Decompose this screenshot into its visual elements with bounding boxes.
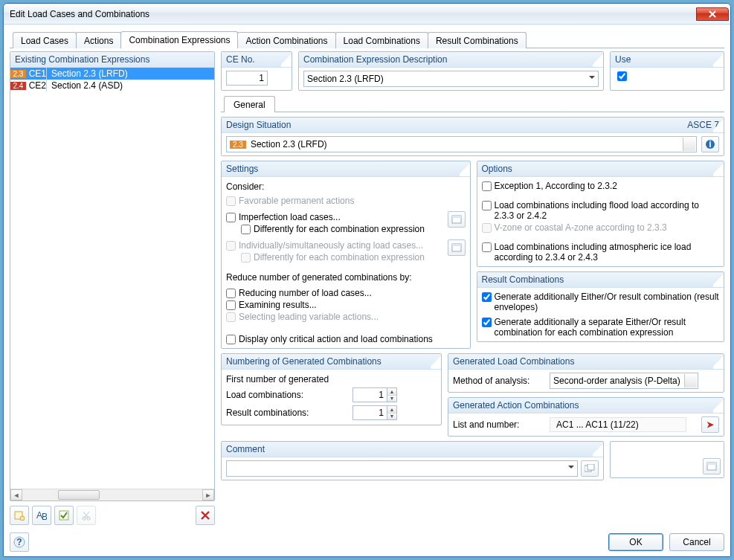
load-number-spinner[interactable]: ▲▼ (352, 387, 397, 402)
tab-actions[interactable]: Actions (76, 32, 121, 48)
generated-load-group: Generated Load Combinations Method of an… (448, 353, 724, 393)
list-h-scrollbar[interactable]: ◄ ► (10, 489, 214, 501)
ce-no-group: CE No. (221, 51, 292, 91)
spin-up-icon[interactable]: ▲ (387, 406, 396, 413)
svg-point-1 (20, 516, 25, 521)
indiv-details-button[interactable] (448, 239, 466, 256)
svg-text:?: ? (16, 537, 22, 547)
chevron-down-icon (688, 378, 694, 384)
generated-action-group: Generated Action Combinations List and n… (448, 397, 724, 437)
svg-rect-12 (452, 244, 461, 246)
spin-down-icon[interactable]: ▼ (387, 413, 396, 420)
scroll-right-button[interactable]: ► (202, 489, 214, 501)
tab-load-combinations[interactable]: Load Combinations (335, 32, 428, 48)
options-heading: Options (477, 161, 724, 177)
ok-button[interactable]: OK (608, 533, 663, 551)
description-group: Combination Expression Description Secti… (298, 51, 604, 91)
expression-row-ce1[interactable]: 2.3CE1 Section 2.3 (LRFD) (10, 68, 214, 80)
existing-expressions-group: Existing Combination Expressions 2.3CE1 … (10, 51, 215, 501)
subtab-strip: General (221, 95, 724, 112)
result-combinations-heading: Result Combinations (477, 272, 724, 288)
examining-checkbox[interactable] (226, 300, 236, 310)
comment-heading: Comment (222, 442, 603, 457)
sel-leading-checkbox (226, 312, 236, 322)
aux-panel (610, 441, 724, 478)
scroll-thumb[interactable] (58, 490, 100, 500)
svg-rect-14 (587, 464, 594, 470)
window-title: Edit Load Cases and Combinations (10, 9, 696, 19)
imperfection-diff-checkbox[interactable] (241, 225, 251, 234)
spin-up-icon[interactable]: ▲ (387, 388, 396, 395)
spin-down-icon[interactable]: ▼ (387, 395, 396, 402)
method-label: Method of analysis: (453, 376, 542, 386)
first-number-label: First number of generated (226, 373, 437, 386)
check-button[interactable] (54, 506, 74, 525)
imperfection-checkbox[interactable] (226, 213, 236, 222)
svg-text:i: i (709, 139, 711, 149)
design-situation-info-button[interactable]: i (701, 136, 719, 152)
comment-combo[interactable] (226, 460, 578, 477)
eitheror-checkbox[interactable] (482, 292, 492, 302)
design-situation-combo[interactable]: 2.3 Section 2.3 (LRFD) (226, 136, 697, 152)
cancel-button[interactable]: Cancel (669, 533, 724, 551)
delete-button[interactable] (196, 506, 215, 525)
goto-list-button[interactable]: ➤ (701, 416, 719, 433)
cut-button[interactable] (77, 506, 96, 525)
chevron-down-icon (568, 466, 574, 472)
separate-eitheror-checkbox[interactable] (482, 318, 492, 327)
result-combinations-group: Result Combinations Generate additionall… (477, 271, 725, 342)
options-group: Options Exception 1, According to 2.3.2 … (477, 161, 725, 267)
dialog-footer: ? OK Cancel (10, 530, 724, 552)
comment-pick-button[interactable] (581, 460, 599, 477)
result-combinations-label: Result combinations: (226, 408, 345, 418)
ice-checkbox[interactable] (482, 242, 492, 252)
description-combo[interactable]: Section 2.3 (LRFD) (303, 71, 599, 87)
use-group: Use (610, 51, 724, 91)
tab-load-cases[interactable]: Load Cases (13, 32, 77, 48)
display-critical-checkbox[interactable] (226, 335, 236, 344)
use-heading: Use (611, 52, 724, 68)
client-area: Load Cases Actions Combination Expressio… (4, 25, 730, 556)
design-code-label: ASCE 7 (687, 120, 719, 130)
list-number-value: AC1 ... AC11 (11/22) (550, 417, 686, 432)
consider-label: Consider: (226, 180, 466, 195)
ce-no-input[interactable] (226, 71, 268, 86)
method-combo[interactable]: Second-order analysis (P-Delta) (550, 373, 698, 389)
design-situation-badge: 2.3 (230, 141, 246, 149)
expression-row-ce2[interactable]: 2.4CE2 Section 2.4 (ASD) (10, 80, 214, 91)
existing-expressions-heading: Existing Combination Expressions (10, 52, 214, 68)
use-checkbox[interactable] (617, 71, 627, 81)
aux-details-button[interactable] (703, 458, 721, 474)
imperfection-details-button[interactable] (448, 211, 466, 228)
scroll-left-button[interactable]: ◄ (10, 489, 22, 501)
settings-group: Settings Consider: Favorable permanent a… (221, 161, 471, 349)
load-combinations-label: Load combinations: (226, 390, 345, 400)
reduce-lc-checkbox[interactable] (226, 289, 236, 298)
settings-heading: Settings (222, 161, 470, 177)
indiv-diff-checkbox (241, 253, 251, 263)
result-number-spinner[interactable]: ▲▼ (352, 405, 397, 420)
main-tabstrip: Load Cases Actions Combination Expressio… (10, 30, 724, 48)
new-item-button[interactable] (10, 506, 29, 525)
generated-action-heading: Generated Action Combinations (448, 398, 724, 413)
vzone-checkbox (482, 223, 492, 233)
help-button[interactable]: ? (10, 532, 29, 552)
design-situation-group: Design Situation ASCE 7 2.3 Section 2.3 … (221, 117, 724, 156)
favorable-checkbox (226, 196, 236, 206)
flood-checkbox[interactable] (482, 201, 492, 210)
list-toolbar: AB (10, 504, 215, 527)
exception1-checkbox[interactable] (482, 181, 492, 191)
rename-button[interactable]: AB (32, 506, 51, 525)
tab-action-combinations[interactable]: Action Combinations (237, 32, 335, 48)
ce-no-heading: CE No. (222, 52, 292, 68)
numbering-heading: Numbering of Generated Combinations (222, 354, 441, 370)
window-close-button[interactable] (696, 7, 729, 21)
tab-combination-expressions[interactable]: Combination Expressions (120, 31, 238, 48)
tab-result-combinations[interactable]: Result Combinations (428, 32, 527, 48)
subtab-general[interactable]: General (224, 96, 275, 112)
comment-group: Comment (221, 441, 604, 480)
existing-expressions-list[interactable]: 2.3CE1 Section 2.3 (LRFD) 2.4CE2 Section… (10, 68, 214, 489)
generated-load-heading: Generated Load Combinations (448, 354, 724, 370)
svg-text:B: B (42, 512, 47, 521)
svg-rect-16 (707, 463, 716, 465)
